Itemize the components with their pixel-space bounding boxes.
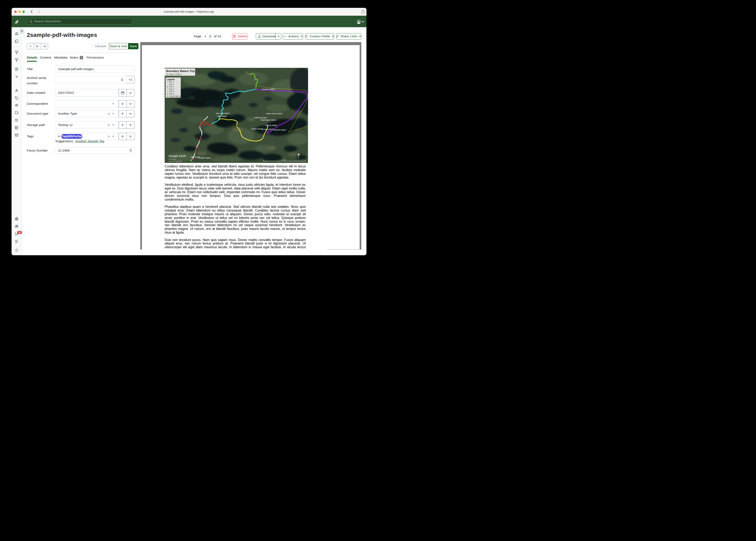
svg-text:Charlies Island: Charlies Island	[198, 157, 210, 159]
svg-text:N: N	[298, 156, 299, 158]
svg-text:Day 3: Day 3	[169, 86, 174, 88]
svg-text:Gary Island: Gary Island	[217, 115, 227, 117]
svg-text:Day 1: Day 1	[169, 81, 174, 83]
svg-text:Entry Point 24: Entry Point 24	[169, 95, 181, 97]
svg-text:Washington Island: Washington Island	[261, 119, 276, 121]
svg-text:New York Island: New York Island	[216, 112, 229, 114]
svg-text:Day 4: Day 4	[169, 88, 174, 90]
svg-text:© 2017 Google: © 2017 Google	[168, 159, 176, 160]
svg-text:Six days in BWCA: Six days in BWCA	[166, 73, 182, 75]
svg-text:Lincoln Island: Lincoln Island	[266, 124, 277, 126]
svg-text:Image © 2017 DigitalGlobe: Image © 2017 DigitalGlobe	[168, 161, 182, 162]
svg-text:Norway Island: Norway Island	[262, 128, 273, 130]
svg-text:Google Earth: Google Earth	[169, 155, 186, 158]
svg-text:Legend: Legend	[167, 78, 174, 81]
svg-text:Day 6: Day 6	[169, 93, 174, 95]
svg-text:Day 5: Day 5	[169, 90, 174, 92]
svg-text:Half Dog Island: Half Dog Island	[254, 117, 267, 119]
svg-text:Indian Grave Island: Indian Grave Island	[266, 113, 282, 115]
svg-text:Day 2: Day 2	[169, 83, 174, 85]
svg-text:Canoe Island: Canoe Island	[251, 128, 262, 130]
svg-text:Text: Text	[234, 124, 239, 127]
svg-text:Squirrel Island: Squirrel Island	[274, 129, 286, 131]
svg-text:Boundary Waters Trip: Boundary Waters Trip	[166, 69, 195, 72]
svg-text:3 mi: 3 mi	[283, 159, 286, 161]
svg-text:Hausons Island: Hausons Island	[262, 88, 275, 90]
